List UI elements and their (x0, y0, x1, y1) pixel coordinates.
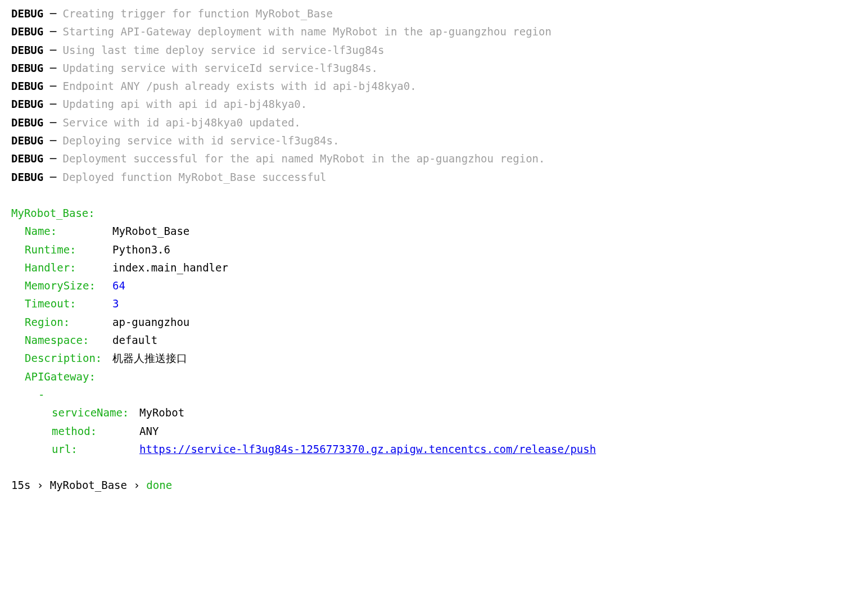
debug-message: Updating api with api id api-bj48kya0. (63, 98, 308, 110)
debug-message: Updating service with serviceId service-… (63, 62, 378, 74)
debug-message: Deployment successful for the api named … (63, 152, 545, 165)
servicename-value: MyRobot (139, 404, 184, 422)
handler-key: Handler: (25, 259, 112, 277)
memorysize-key: MemorySize: (25, 277, 112, 294)
debug-message: Deployed function MyRobot_Base successfu… (63, 171, 327, 183)
dash-icon: - (38, 386, 44, 404)
region-key: Region: (25, 313, 112, 331)
status-name: MyRobot_Base (50, 479, 127, 491)
method-key: method: (52, 422, 139, 440)
debug-line: DEBUG ─ Using last time deploy service i… (11, 41, 857, 59)
status-time: 15s (11, 479, 30, 491)
debug-message: Using last time deploy service id servic… (63, 44, 385, 56)
namespace-key: Namespace: (25, 331, 112, 349)
debug-label: DEBUG (11, 171, 50, 183)
runtime-key: Runtime: (25, 241, 112, 259)
timeout-key: Timeout: (25, 294, 112, 312)
debug-line: DEBUG ─ Deployed function MyRobot_Base s… (11, 168, 857, 186)
debug-message: Deploying service with id service-lf3ug8… (63, 134, 340, 147)
list-dash: - (11, 386, 857, 404)
name-key: Name: (25, 222, 112, 240)
debug-label: DEBUG (11, 7, 50, 20)
dash-icon: ─ (50, 44, 63, 56)
kv-memorysize: MemorySize: 64 (11, 277, 857, 294)
kv-description: Description: 机器人推送接口 (11, 349, 857, 367)
name-value: MyRobot_Base (112, 222, 189, 240)
status-line: 15s › MyRobot_Base › done (11, 476, 857, 494)
dash-icon: ─ (50, 171, 63, 183)
debug-message: Starting API-Gateway deployment with nam… (63, 25, 551, 38)
debug-label: DEBUG (11, 134, 50, 147)
debug-line: DEBUG ─ Updating api with api id api-bj4… (11, 95, 857, 113)
debug-label: DEBUG (11, 116, 50, 129)
apigateway-key: APIGateway: (25, 368, 96, 386)
dash-icon: ─ (50, 134, 63, 147)
kv-namespace: Namespace: default (11, 331, 857, 349)
separator-icon: › (37, 479, 43, 491)
namespace-value: default (112, 331, 157, 349)
separator-icon: › (133, 479, 139, 491)
kv-region: Region: ap-guangzhou (11, 313, 857, 331)
debug-label: DEBUG (11, 44, 50, 56)
dash-icon: ─ (50, 80, 63, 92)
method-value: ANY (139, 422, 159, 440)
dash-icon: ─ (50, 152, 63, 165)
kv-servicename: serviceName: MyRobot (11, 404, 857, 422)
debug-message: Service with id api-bj48kya0 updated. (63, 116, 301, 129)
debug-line: DEBUG ─ Deploying service with id servic… (11, 132, 857, 149)
description-key: Description: (25, 349, 112, 367)
servicename-key: serviceName: (52, 404, 139, 422)
debug-label: DEBUG (11, 80, 50, 92)
debug-message: Creating trigger for function MyRobot_Ba… (63, 7, 333, 20)
debug-line: DEBUG ─ Starting API-Gateway deployment … (11, 22, 857, 40)
debug-label: DEBUG (11, 98, 50, 110)
terminal-output: DEBUG ─ Creating trigger for function My… (11, 4, 857, 494)
url-link[interactable]: https://service-lf3ug84s-1256773370.gz.a… (139, 440, 596, 458)
timeout-value: 3 (112, 294, 119, 312)
kv-name: Name: MyRobot_Base (11, 222, 857, 240)
debug-label: DEBUG (11, 152, 50, 165)
kv-apigateway: APIGateway: (11, 368, 857, 386)
runtime-value: Python3.6 (112, 241, 170, 259)
kv-url: url: https://service-lf3ug84s-1256773370… (11, 440, 857, 458)
debug-message: Endpoint ANY /push already exists with i… (63, 80, 417, 92)
url-key: url: (52, 440, 139, 458)
dash-icon: ─ (50, 7, 63, 20)
kv-handler: Handler: index.main_handler (11, 259, 857, 277)
debug-line: DEBUG ─ Creating trigger for function My… (11, 4, 857, 22)
description-value: 机器人推送接口 (112, 349, 187, 367)
dash-icon: ─ (50, 62, 63, 74)
dash-icon: ─ (50, 98, 63, 110)
dash-icon: ─ (50, 116, 63, 129)
debug-line: DEBUG ─ Endpoint ANY /push already exist… (11, 77, 857, 95)
dash-icon: ─ (50, 25, 63, 38)
status-done: done (146, 479, 172, 491)
debug-lines: DEBUG ─ Creating trigger for function My… (11, 4, 857, 186)
kv-runtime: Runtime: Python3.6 (11, 241, 857, 259)
debug-label: DEBUG (11, 25, 50, 38)
output-header: MyRobot_Base: (11, 204, 857, 222)
debug-line: DEBUG ─ Updating service with serviceId … (11, 59, 857, 77)
handler-value: index.main_handler (112, 259, 228, 277)
debug-label: DEBUG (11, 62, 50, 74)
kv-timeout: Timeout: 3 (11, 294, 857, 312)
region-value: ap-guangzhou (112, 313, 189, 331)
debug-line: DEBUG ─ Deployment successful for the ap… (11, 149, 857, 167)
memorysize-value: 64 (112, 277, 125, 294)
debug-line: DEBUG ─ Service with id api-bj48kya0 upd… (11, 114, 857, 132)
kv-method: method: ANY (11, 422, 857, 440)
